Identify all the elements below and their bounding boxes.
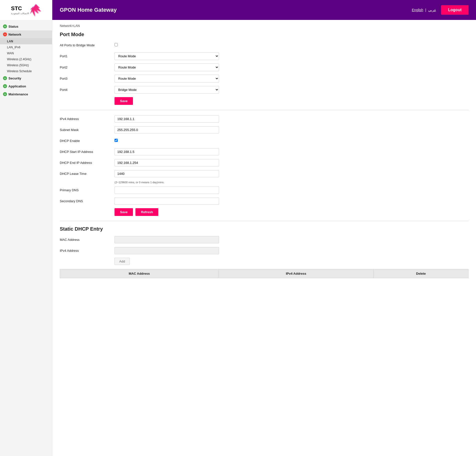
- lang-arabic[interactable]: عربي: [428, 8, 436, 12]
- static-mac-input[interactable]: [115, 236, 219, 243]
- sidebar-label-status: Status: [8, 25, 18, 28]
- header-title-bar: GPON Home Gateway English | عربي Logout: [52, 0, 476, 20]
- sidebar-sub-wireless-5[interactable]: Wireless (5GHz): [0, 62, 52, 68]
- static-dhcp-title: Static DHCP Entry: [60, 226, 469, 232]
- static-ipv4-label: IPv4 Address: [60, 249, 115, 253]
- lang-separator: |: [425, 8, 426, 12]
- sidebar-item-maintenance[interactable]: + Maintenance: [0, 90, 52, 98]
- static-ipv4-input-wrapper: [115, 247, 219, 254]
- sidebar-sub-wan[interactable]: WAN: [0, 50, 52, 56]
- all-ports-row: All Ports to Bridge Mode: [60, 41, 469, 49]
- port3-select-wrapper: Route Mode Bridge Mode: [115, 75, 219, 82]
- dhcp-enable-checkbox-wrapper: [115, 139, 219, 143]
- dhcp-end-input[interactable]: [115, 159, 219, 166]
- dhcp-lease-input-wrapper: [115, 170, 219, 177]
- logo: STC الاتصالات السعودية: [11, 3, 41, 17]
- primary-dns-input[interactable]: [115, 187, 219, 194]
- ipv4-address-label: IPv4 Address: [60, 117, 115, 121]
- sidebar-item-network[interactable]: − Network: [0, 30, 52, 38]
- dhcp-lease-label: DHCP Lease Time: [60, 172, 115, 176]
- static-add-row: Add: [115, 258, 469, 265]
- port2-select[interactable]: Route Mode Bridge Mode: [115, 64, 219, 71]
- dhcp-end-label: DHCP End IP Address: [60, 161, 115, 165]
- dhcp-start-input-wrapper: [115, 148, 219, 155]
- lan-save-button[interactable]: Save: [115, 208, 133, 216]
- port4-row: Port4 Bridge Mode Route Mode: [60, 86, 469, 94]
- all-ports-checkbox[interactable]: [115, 43, 118, 46]
- sidebar-label-application: Application: [8, 84, 26, 88]
- sidebar-sub-wireless-schedule[interactable]: Wireless Schedule: [0, 68, 52, 74]
- port4-label: Port4: [60, 88, 115, 92]
- all-ports-checkbox-wrapper: [115, 43, 219, 47]
- static-mac-row: MAC Address: [60, 236, 469, 243]
- dhcp-start-input[interactable]: [115, 148, 219, 155]
- main-content: Network>LAN Port Mode All Ports to Bridg…: [52, 20, 476, 456]
- static-mac-label: MAC Address: [60, 238, 115, 242]
- subnet-mask-input-wrapper: [115, 126, 219, 133]
- svg-marker-2: [31, 5, 41, 17]
- port3-select[interactable]: Route Mode Bridge Mode: [115, 75, 219, 82]
- maintenance-icon: +: [3, 92, 7, 96]
- port1-select[interactable]: Route Mode Bridge Mode: [115, 52, 219, 60]
- subnet-mask-row: Subnet Mask: [60, 126, 469, 133]
- port1-row: Port1 Route Mode Bridge Mode: [60, 52, 469, 60]
- port-mode-title: Port Mode: [60, 32, 469, 37]
- security-icon: +: [3, 76, 7, 80]
- network-icon: −: [3, 32, 7, 36]
- dhcp-lease-input[interactable]: [115, 170, 219, 177]
- application-icon: +: [3, 84, 7, 88]
- port3-label: Port3: [60, 77, 115, 80]
- sidebar: + Status − Network LAN LAN_IPv6 WAN Wire…: [0, 20, 52, 456]
- lan-settings-buttons-row: Save Refresh: [115, 208, 469, 216]
- subnet-mask-input[interactable]: [115, 126, 219, 133]
- static-ipv4-input[interactable]: [115, 247, 219, 254]
- sidebar-item-application[interactable]: + Application: [0, 82, 52, 90]
- main-layout: + Status − Network LAN LAN_IPv6 WAN Wire…: [0, 20, 476, 456]
- sidebar-label-security: Security: [8, 76, 21, 80]
- port-mode-save-row: Save: [115, 97, 469, 105]
- dhcp-lease-row: DHCP Lease Time: [60, 170, 469, 177]
- secondary-dns-input-wrapper: [115, 197, 219, 205]
- header: STC الاتصالات السعودية GPON Home Gateway…: [0, 0, 476, 20]
- breadcrumb: Network>LAN: [60, 24, 469, 28]
- port1-select-wrapper: Route Mode Bridge Mode: [115, 52, 219, 60]
- app-title: GPON Home Gateway: [60, 7, 117, 13]
- sidebar-label-network: Network: [8, 33, 21, 36]
- static-add-button[interactable]: Add: [115, 258, 130, 265]
- secondary-dns-input[interactable]: [115, 197, 219, 205]
- divider-1: [60, 110, 469, 110]
- dhcp-lease-hint: (2~129600 mins, or 0 means 1 day)mins.: [115, 181, 469, 184]
- port-mode-save-button[interactable]: Save: [115, 97, 133, 105]
- logout-button[interactable]: Logout: [441, 5, 469, 15]
- all-ports-label: All Ports to Bridge Mode: [60, 43, 115, 47]
- static-mac-input-wrapper: [115, 236, 219, 243]
- sidebar-sub-wireless-24[interactable]: Wireless (2.4GHz): [0, 56, 52, 62]
- secondary-dns-label: Secondary DNS: [60, 199, 115, 203]
- table-header-ipv4: IPv4 Address: [219, 269, 373, 278]
- logo-area: STC الاتصالات السعودية: [0, 0, 52, 20]
- port2-row: Port2 Route Mode Bridge Mode: [60, 64, 469, 71]
- port4-select[interactable]: Bridge Mode Route Mode: [115, 86, 219, 94]
- port4-select-wrapper: Bridge Mode Route Mode: [115, 86, 219, 94]
- primary-dns-input-wrapper: [115, 187, 219, 194]
- secondary-dns-row: Secondary DNS: [60, 197, 469, 205]
- dhcp-end-row: DHCP End IP Address: [60, 159, 469, 166]
- sidebar-sub-lan[interactable]: LAN: [0, 38, 52, 44]
- lan-refresh-button[interactable]: Refresh: [135, 208, 158, 216]
- lang-english[interactable]: English: [412, 8, 423, 12]
- sidebar-label-maintenance: Maintenance: [8, 92, 28, 96]
- sidebar-item-security[interactable]: + Security: [0, 74, 52, 82]
- brand-logo-icon: [30, 3, 41, 17]
- divider-2: [60, 221, 469, 221]
- static-dhcp-table: MAC Address IPv4 Address Delete: [60, 269, 469, 278]
- sidebar-item-status[interactable]: + Status: [0, 22, 52, 30]
- port2-select-wrapper: Route Mode Bridge Mode: [115, 64, 219, 71]
- dhcp-end-input-wrapper: [115, 159, 219, 166]
- sidebar-sub-lan-ipv6[interactable]: LAN_IPv6: [0, 44, 52, 50]
- dhcp-enable-checkbox[interactable]: [115, 139, 118, 142]
- brand-name: STC: [11, 5, 22, 11]
- subnet-mask-label: Subnet Mask: [60, 128, 115, 132]
- ipv4-address-input[interactable]: [115, 115, 219, 123]
- primary-dns-label: Primary DNS: [60, 188, 115, 192]
- port3-row: Port3 Route Mode Bridge Mode: [60, 75, 469, 82]
